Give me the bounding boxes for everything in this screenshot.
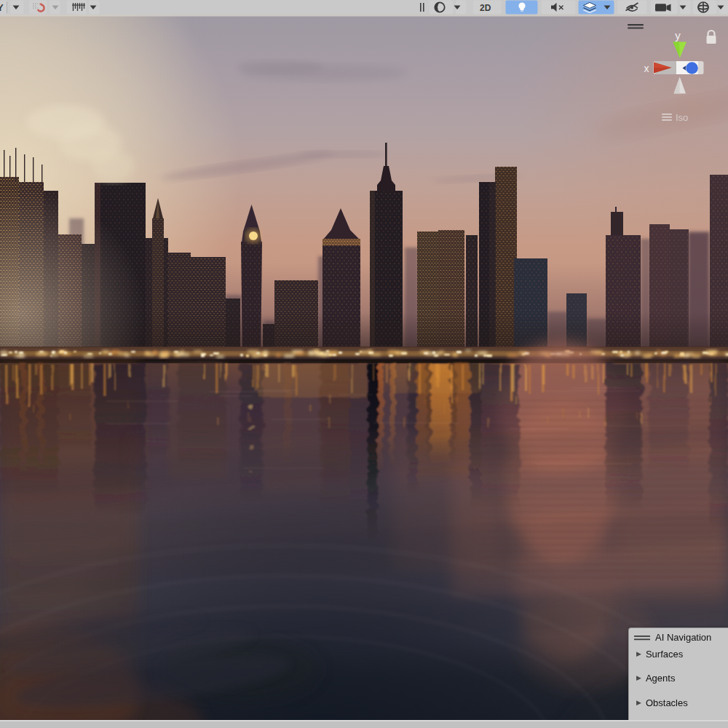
svg-text:y: y [675,29,681,41]
svg-text:Y: Y [0,2,4,13]
svg-text:2D: 2D [480,3,491,13]
svg-text:x: x [644,63,649,74]
svg-text:Iso: Iso [676,112,688,123]
